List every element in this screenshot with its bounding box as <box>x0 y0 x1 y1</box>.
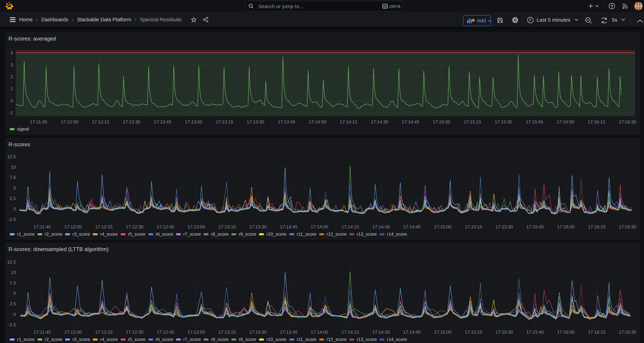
svg-text:17:12:30: 17:12:30 <box>123 119 140 125</box>
svg-text:0: 0 <box>10 98 13 103</box>
svg-text:17:15:30: 17:15:30 <box>496 224 513 229</box>
svg-text:17:15:45: 17:15:45 <box>526 224 544 229</box>
svg-text:1: 1 <box>10 86 13 91</box>
svg-text:17:16:30: 17:16:30 <box>619 329 636 335</box>
svg-text:17:15:30: 17:15:30 <box>496 329 513 335</box>
svg-text:-2.5: -2.5 <box>8 217 16 222</box>
svg-text:17:11:45: 17:11:45 <box>34 224 51 229</box>
svg-text:17:12:15: 17:12:15 <box>95 224 112 229</box>
svg-text:17:16:30: 17:16:30 <box>619 224 636 229</box>
svg-text:17:11:45: 17:11:45 <box>34 329 51 335</box>
svg-text:17:14:30: 17:14:30 <box>372 224 390 229</box>
svg-text:17:12:00: 17:12:00 <box>61 119 78 125</box>
svg-text:17:13:45: 17:13:45 <box>280 329 297 335</box>
svg-text:17:14:45: 17:14:45 <box>403 224 420 229</box>
svg-text:0: 0 <box>14 206 16 211</box>
svg-text:17:14:00: 17:14:00 <box>309 119 326 125</box>
svg-text:17:12:15: 17:12:15 <box>92 119 109 125</box>
svg-text:17:12:45: 17:12:45 <box>157 224 174 229</box>
svg-text:7.5: 7.5 <box>10 175 16 180</box>
svg-text:17:13:00: 17:13:00 <box>188 329 205 335</box>
svg-text:12.5: 12.5 <box>7 259 16 264</box>
svg-text:17:13:00: 17:13:00 <box>185 119 202 125</box>
svg-text:17:13:30: 17:13:30 <box>249 329 266 335</box>
svg-text:7.5: 7.5 <box>10 280 16 285</box>
svg-text:10: 10 <box>11 164 16 170</box>
svg-text:17:12:30: 17:12:30 <box>126 329 144 335</box>
svg-text:17:14:15: 17:14:15 <box>342 224 359 229</box>
svg-text:17:13:00: 17:13:00 <box>188 224 205 229</box>
svg-text:17:13:15: 17:13:15 <box>218 329 236 335</box>
svg-text:4: 4 <box>10 50 13 55</box>
svg-text:17:14:15: 17:14:15 <box>342 329 359 335</box>
svg-text:17:14:45: 17:14:45 <box>402 119 419 125</box>
svg-text:17:14:30: 17:14:30 <box>372 329 390 335</box>
svg-text:17:12:45: 17:12:45 <box>154 119 171 125</box>
svg-text:0: 0 <box>14 312 16 317</box>
svg-text:-1: -1 <box>9 110 13 115</box>
svg-text:5: 5 <box>14 291 16 296</box>
svg-text:17:13:30: 17:13:30 <box>247 119 264 125</box>
svg-text:17:13:45: 17:13:45 <box>280 224 297 229</box>
svg-text:2: 2 <box>10 74 13 79</box>
svg-text:17:14:30: 17:14:30 <box>371 119 388 125</box>
svg-text:17:15:00: 17:15:00 <box>434 224 452 229</box>
svg-text:2.5: 2.5 <box>10 196 16 201</box>
svg-text:17:16:00: 17:16:00 <box>557 329 575 335</box>
svg-text:17:16:00: 17:16:00 <box>557 224 575 229</box>
svg-text:17:11:45: 17:11:45 <box>30 119 47 125</box>
svg-text:17:14:45: 17:14:45 <box>403 329 420 335</box>
svg-text:17:13:15: 17:13:15 <box>216 119 233 125</box>
svg-text:17:15:15: 17:15:15 <box>464 119 481 125</box>
svg-text:17:12:45: 17:12:45 <box>157 329 174 335</box>
svg-text:17:16:15: 17:16:15 <box>588 329 606 335</box>
svg-text:5: 5 <box>14 185 16 191</box>
svg-text:17:16:00: 17:16:00 <box>557 119 574 125</box>
svg-text:17:13:30: 17:13:30 <box>249 224 266 229</box>
svg-text:17:16:15: 17:16:15 <box>588 119 605 125</box>
svg-text:17:14:15: 17:14:15 <box>340 119 357 125</box>
svg-text:-2.5: -2.5 <box>8 322 16 327</box>
svg-text:17:12:00: 17:12:00 <box>64 329 82 335</box>
svg-text:17:15:30: 17:15:30 <box>495 119 512 125</box>
svg-text:17:12:30: 17:12:30 <box>126 224 144 229</box>
svg-text:17:16:15: 17:16:15 <box>588 224 606 229</box>
svg-text:17:13:45: 17:13:45 <box>278 119 295 125</box>
svg-text:17:15:45: 17:15:45 <box>526 119 543 125</box>
svg-text:17:14:00: 17:14:00 <box>311 329 328 335</box>
svg-text:17:15:15: 17:15:15 <box>465 224 482 229</box>
svg-text:17:13:15: 17:13:15 <box>218 224 236 229</box>
svg-text:17:15:00: 17:15:00 <box>434 329 452 335</box>
svg-text:17:15:45: 17:15:45 <box>526 329 544 335</box>
svg-text:2.5: 2.5 <box>10 301 16 306</box>
svg-text:17:16:30: 17:16:30 <box>619 119 636 125</box>
svg-text:17:15:00: 17:15:00 <box>433 119 450 125</box>
svg-text:10: 10 <box>11 270 16 275</box>
svg-text:12.5: 12.5 <box>7 154 16 159</box>
svg-text:17:12:00: 17:12:00 <box>64 224 82 229</box>
svg-text:17:15:15: 17:15:15 <box>465 329 482 335</box>
svg-text:3: 3 <box>10 62 13 67</box>
svg-text:17:14:00: 17:14:00 <box>311 224 328 229</box>
svg-text:17:12:15: 17:12:15 <box>95 329 112 335</box>
